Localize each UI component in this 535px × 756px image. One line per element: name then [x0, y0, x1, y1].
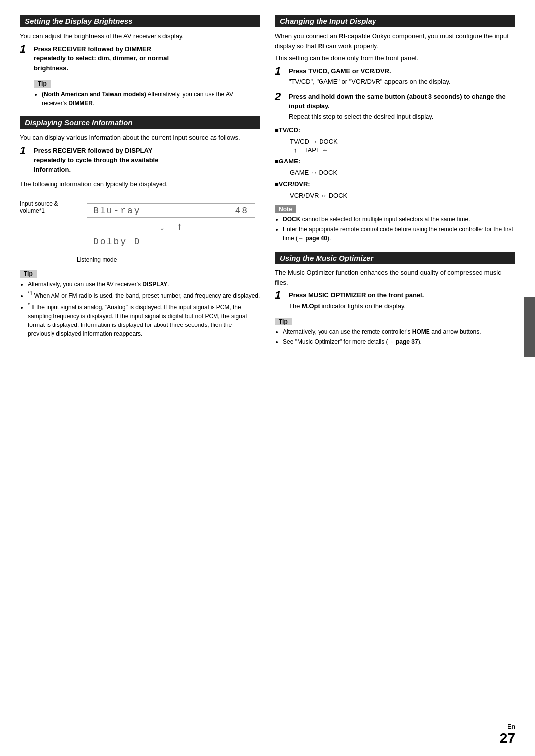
step-num-r1: 1 — [275, 65, 289, 77]
tip-content-brightness: (North American and Taiwan models) Alter… — [34, 90, 260, 108]
display-source: Blu-ray — [93, 206, 141, 216]
display-brightness-step1: 1 Press RECEIVER followed by DIMMER repe… — [20, 44, 260, 74]
display-box: Blu-ray 48 ↓ ↑ Dolby D — [87, 203, 255, 249]
tip-content-source: Alternatively, you can use the AV receiv… — [20, 280, 260, 338]
step-num-1: 1 — [20, 43, 34, 55]
music-optimizer-step1: 1 Press MUSIC OPTIMIZER on the front pan… — [275, 290, 515, 312]
tip-music-optimizer: Tip Alternatively, you can use the remot… — [275, 316, 515, 346]
diagram-listening-label: Listening mode — [77, 256, 260, 263]
r-step2-content: Press and hold down the same button (abo… — [289, 92, 515, 123]
tip-brightness: Tip (North American and Taiwan models) A… — [34, 78, 260, 108]
source-step1-content: Press RECEIVER followed by DISPLAY repea… — [34, 146, 260, 176]
tip-label-mo: Tip — [275, 318, 292, 325]
source-info-intro: You can display various information abou… — [20, 133, 260, 143]
mo-step-detail: The M.Opt indicator lights on the displa… — [289, 301, 515, 311]
arrow-up: ↑ — [177, 220, 182, 233]
step-num-mo: 1 — [275, 289, 289, 301]
note-content: DOCK cannot be selected for multiple inp… — [275, 215, 515, 243]
page-footer: En 27 — [500, 723, 515, 746]
mo-step-text: Press MUSIC OPTIMIZER on the front panel… — [289, 291, 424, 299]
section-music-optimizer: Using the Music Optimizer The Music Opti… — [275, 252, 515, 346]
step1-text: Press TV/CD, GAME or VCR/DVR. — [289, 67, 391, 75]
section-source-info-title: Displaying Source Information — [20, 116, 260, 129]
input-display-intro1: When you connect an RI-capable Onkyo com… — [275, 31, 515, 51]
step-num-r2: 2 — [275, 91, 289, 103]
game-label: ■GAME: — [275, 158, 515, 165]
display-diagram: Input source & volume*1 Blu-ray 48 ↓ ↑ — [20, 194, 260, 263]
step2-detail: Repeat this step to select the desired i… — [289, 112, 515, 122]
tvcd-flow: TV/CD → DOCK ↑ TAPE ← — [290, 138, 515, 154]
input-display-intro2: This setting can be done only from the f… — [275, 54, 515, 63]
game-flow: GAME ↔ DOCK — [290, 169, 515, 176]
r-step1-content: Press TV/CD, GAME or VCR/DVR. "TV/CD", "… — [289, 66, 515, 88]
following-text: The following information can typically … — [20, 179, 260, 189]
display-mode: Dolby D — [93, 237, 141, 247]
sidebar-tab — [524, 297, 535, 357]
section-input-display: Changing the Input Display When you conn… — [275, 15, 515, 243]
game-section: ■GAME: GAME ↔ DOCK — [275, 158, 515, 176]
section-source-info: Displaying Source Information You can di… — [20, 116, 260, 338]
tip-label-brightness: Tip — [34, 80, 51, 88]
vcrdvr-label: ■VCR/DVR: — [275, 180, 515, 188]
diagram-label2: volume*1 — [20, 207, 77, 214]
note-input-display: Note DOCK cannot be selected for multipl… — [275, 203, 515, 243]
section-input-display-title: Changing the Input Display — [275, 15, 515, 27]
tvcd-label: ■TV/CD: — [275, 126, 515, 134]
section-music-optimizer-title: Using the Music Optimizer — [275, 252, 515, 264]
display-brightness-intro: You can adjust the brightness of the AV … — [20, 31, 260, 41]
tip-source-info: Tip Alternatively, you can use the AV re… — [20, 268, 260, 338]
tvcd-section: ■TV/CD: TV/CD → DOCK ↑ TAPE ← — [275, 126, 515, 154]
note-label: Note — [275, 205, 296, 213]
section-display-brightness: Setting the Display Brightness You can a… — [20, 15, 260, 108]
display-volume: 48 — [235, 206, 249, 216]
input-display-step2: 2 Press and hold down the same button (a… — [275, 92, 515, 123]
step-num-2: 1 — [20, 145, 34, 157]
vcrdvr-section: ■VCR/DVR: VCR/DVR ↔ DOCK — [275, 180, 515, 199]
step1-detail: "TV/CD", "GAME" or "VCR/DVR" appears on … — [289, 77, 515, 87]
section-display-brightness-title: Setting the Display Brightness — [20, 15, 260, 27]
input-display-step1: 1 Press TV/CD, GAME or VCR/DVR. "TV/CD",… — [275, 66, 515, 88]
mo-step1-content: Press MUSIC OPTIMIZER on the front panel… — [289, 290, 515, 312]
step1-content: Press RECEIVER followed by DIMMER repeat… — [34, 44, 260, 74]
display-row-bottom: Dolby D — [87, 235, 255, 249]
tip-label-source: Tip — [20, 270, 37, 278]
music-optimizer-intro: The Music Optimizer function enhances th… — [275, 268, 515, 287]
display-row-top: Blu-ray 48 — [87, 204, 255, 218]
diagram-label1: Input source & — [20, 200, 77, 207]
en-label: En — [500, 723, 515, 730]
page-number: 27 — [500, 730, 515, 746]
tip-content-mo: Alternatively, you can use the remote co… — [275, 327, 515, 346]
arrow-down: ↓ — [160, 220, 165, 233]
vcrdvr-flow: VCR/DVR ↔ DOCK — [290, 192, 515, 199]
source-info-step1: 1 Press RECEIVER followed by DISPLAY rep… — [20, 146, 260, 176]
